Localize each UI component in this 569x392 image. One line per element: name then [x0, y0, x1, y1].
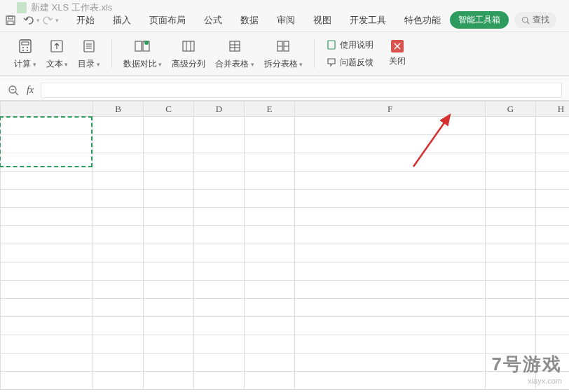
cell[interactable] — [93, 299, 144, 317]
cell[interactable] — [93, 135, 144, 153]
cell[interactable] — [93, 117, 144, 135]
ribbon-toc[interactable]: 目录 — [75, 36, 103, 71]
cell[interactable] — [486, 244, 536, 262]
table-row[interactable] — [1, 153, 570, 172]
formula-input[interactable] — [41, 83, 562, 98]
cell[interactable] — [486, 135, 536, 153]
col-header-c[interactable]: C — [144, 102, 194, 117]
cell[interactable] — [486, 153, 536, 172]
cell[interactable] — [194, 244, 245, 262]
ribbon-calc[interactable]: 计算 — [11, 36, 39, 71]
fx-label[interactable]: fx — [27, 85, 34, 96]
sheet-area[interactable]: B C D E F G H 7号游戏 — [0, 101, 569, 392]
cell[interactable] — [245, 226, 295, 244]
table-row[interactable] — [1, 172, 570, 190]
col-header-a[interactable] — [1, 102, 93, 117]
cell[interactable] — [1, 172, 93, 190]
cell[interactable] — [486, 117, 536, 135]
cell[interactable] — [93, 208, 144, 226]
cell[interactable] — [93, 335, 144, 354]
cell[interactable] — [194, 354, 245, 372]
cell[interactable] — [245, 208, 295, 226]
cell[interactable] — [486, 208, 536, 226]
cell[interactable] — [194, 317, 245, 335]
ribbon-merge[interactable]: 合并表格 — [212, 36, 257, 71]
col-header-b[interactable]: B — [93, 102, 144, 117]
table-row[interactable] — [1, 262, 570, 281]
cell[interactable] — [1, 190, 93, 208]
cell[interactable] — [144, 135, 194, 153]
ribbon-compare[interactable]: 数据对比 — [121, 36, 165, 71]
cell[interactable] — [1, 335, 93, 354]
table-row[interactable] — [1, 354, 570, 372]
cell[interactable] — [144, 117, 194, 135]
cell[interactable] — [295, 172, 486, 190]
menu-view[interactable]: 视图 — [304, 10, 341, 31]
table-row[interactable] — [1, 317, 570, 335]
cell[interactable] — [295, 262, 486, 281]
cell[interactable] — [194, 372, 245, 390]
cell[interactable] — [194, 172, 245, 190]
cell[interactable] — [194, 135, 245, 153]
cell[interactable] — [536, 153, 570, 172]
cell[interactable] — [1, 317, 93, 335]
cell[interactable] — [295, 226, 486, 244]
cell-a1[interactable] — [1, 117, 93, 135]
column-header-row[interactable]: B C D E F G H — [1, 102, 570, 117]
cell[interactable] — [486, 317, 536, 335]
cell[interactable] — [245, 244, 295, 262]
menu-devtools[interactable]: 开发工具 — [341, 10, 395, 31]
menu-smart-toolbox[interactable]: 智能工具箱 — [450, 11, 509, 29]
cell[interactable] — [1, 208, 93, 226]
cell[interactable] — [245, 335, 295, 354]
cell[interactable] — [245, 354, 295, 372]
cell[interactable] — [144, 372, 194, 390]
redo-caret[interactable]: ▾ — [55, 17, 59, 24]
table-row[interactable] — [1, 281, 570, 299]
cell[interactable] — [194, 226, 245, 244]
cell[interactable] — [536, 372, 570, 390]
cell[interactable] — [536, 262, 570, 281]
cell[interactable] — [486, 172, 536, 190]
menu-review[interactable]: 审阅 — [268, 10, 304, 31]
cell[interactable] — [144, 335, 194, 354]
cell[interactable] — [486, 190, 536, 208]
cell[interactable] — [144, 354, 194, 372]
cell[interactable] — [295, 135, 486, 153]
cell[interactable] — [1, 153, 93, 172]
cell[interactable] — [93, 262, 144, 281]
ribbon-feedback[interactable]: 问题反馈 — [323, 55, 376, 70]
cell[interactable] — [1, 299, 93, 317]
cell[interactable] — [194, 208, 245, 226]
cell[interactable] — [486, 262, 536, 281]
cell[interactable] — [1, 372, 93, 390]
cell[interactable] — [245, 153, 295, 172]
cell[interactable] — [295, 281, 486, 299]
cell[interactable] — [295, 335, 486, 354]
file-tab[interactable]: 新建 XLS 工作表.xls — [17, 1, 112, 14]
col-header-h[interactable]: H — [536, 102, 570, 117]
cell[interactable] — [1, 244, 93, 262]
cell[interactable] — [295, 153, 486, 172]
table-row[interactable] — [1, 190, 570, 208]
cell[interactable] — [245, 372, 295, 390]
cell[interactable] — [144, 299, 194, 317]
cell[interactable] — [144, 153, 194, 172]
cell[interactable] — [536, 226, 570, 244]
cell[interactable] — [1, 281, 93, 299]
menu-features[interactable]: 特色功能 — [395, 10, 450, 31]
table-row[interactable] — [1, 117, 570, 135]
cell[interactable] — [245, 135, 295, 153]
cell[interactable] — [486, 226, 536, 244]
cell[interactable] — [245, 190, 295, 208]
cell[interactable] — [486, 281, 536, 299]
cell[interactable] — [93, 317, 144, 335]
cell[interactable] — [93, 190, 144, 208]
cell[interactable] — [536, 117, 570, 135]
cell[interactable] — [536, 354, 570, 372]
cell[interactable] — [536, 299, 570, 317]
table-row[interactable] — [1, 372, 570, 390]
ribbon-close[interactable]: 关闭 — [385, 38, 410, 69]
col-header-f[interactable]: F — [295, 102, 486, 117]
cell[interactable] — [536, 335, 570, 354]
